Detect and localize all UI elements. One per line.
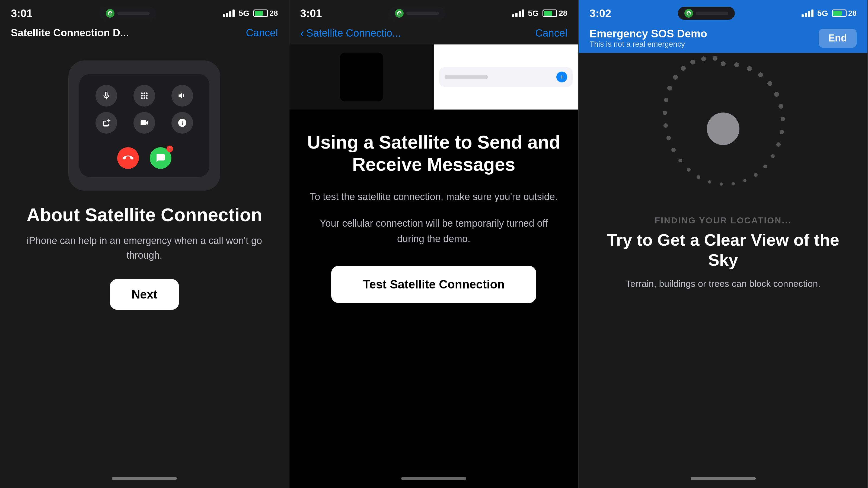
svg-point-11 <box>747 66 752 71</box>
svg-point-29 <box>671 148 676 152</box>
next-button[interactable]: Next <box>110 279 179 310</box>
home-indicator-1 <box>112 477 177 480</box>
svg-point-24 <box>720 183 723 186</box>
signal-bar-2-2 <box>516 13 518 17</box>
svg-point-5 <box>146 95 148 97</box>
test-satellite-button[interactable]: Test Satellite Connection <box>331 266 536 303</box>
svg-point-33 <box>664 98 669 102</box>
satellite-ring-svg <box>647 53 799 205</box>
network-type-3: 5G <box>817 9 828 18</box>
svg-point-26 <box>696 175 701 179</box>
screen1-text-section: About Satellite Connection iPhone can he… <box>0 191 289 263</box>
svg-point-10 <box>734 62 739 67</box>
cancel-button-2[interactable]: Cancel <box>535 27 567 39</box>
di-bar-1 <box>117 12 150 15</box>
sos-title: Emergency SOS Demo <box>589 28 707 40</box>
svg-point-7 <box>144 97 145 99</box>
dynamic-island-1 <box>99 7 156 20</box>
info-button <box>172 112 193 134</box>
back-button-2[interactable]: ‹ Satellite Connectio... <box>300 27 401 39</box>
svg-point-38 <box>701 56 706 61</box>
finding-location-text: FINDING YOUR LOCATION... <box>654 216 792 226</box>
end-call-button <box>117 147 139 169</box>
phone-mockup: 1 <box>68 61 220 191</box>
battery-rect-2 <box>542 9 557 17</box>
svg-point-39 <box>713 56 717 61</box>
screen3-title: Try to Get a Clear View of the Sky <box>579 230 867 270</box>
signal-bar-3-3 <box>808 11 810 17</box>
battery-rect-3 <box>832 9 846 17</box>
status-right-3: 5G 28 <box>802 9 857 18</box>
svg-point-32 <box>663 110 667 115</box>
svg-point-20 <box>763 165 767 168</box>
status-bar-1: 3:01 5G 28 <box>0 0 289 24</box>
call-controls-grid <box>87 82 201 136</box>
network-type-2: 5G <box>528 9 539 18</box>
screen-2: 3:01 5G 28 ‹ Sat <box>289 0 579 488</box>
screen1-body: 1 About Satellite Connection iPhone can … <box>0 44 289 488</box>
signal-bar-4 <box>232 9 235 17</box>
status-bar-3: 3:02 5G 28 <box>579 0 867 24</box>
back-chevron-icon: ‹ <box>300 27 304 39</box>
svg-point-35 <box>673 75 678 80</box>
signal-bar-1 <box>223 14 225 17</box>
keypad-button <box>133 85 155 106</box>
dynamic-island-2 <box>389 7 445 20</box>
svg-point-37 <box>690 60 695 65</box>
di-icon-3 <box>684 9 693 18</box>
facetime-button <box>133 112 155 134</box>
battery-fill-3 <box>833 11 842 16</box>
svg-point-1 <box>144 93 145 94</box>
cancel-button-1[interactable]: Cancel <box>246 27 278 39</box>
speaker-button <box>172 85 193 106</box>
screen2-preview-right: + <box>434 44 578 109</box>
svg-point-25 <box>708 180 711 184</box>
screen2-add-icon: + <box>556 72 567 83</box>
battery-3: 28 <box>832 9 857 18</box>
svg-point-28 <box>678 159 682 162</box>
battery-fill-2 <box>544 11 552 16</box>
phone-screen-inner: 1 <box>79 74 209 177</box>
home-indicator-2 <box>401 477 466 480</box>
signal-bar-3-4 <box>811 9 813 17</box>
screen-1: 3:01 5G 28 Satellite Connecti <box>0 0 289 488</box>
di-bar-2 <box>406 12 439 15</box>
svg-point-27 <box>687 168 691 172</box>
nav-title-1: Satellite Connection D... <box>11 27 129 39</box>
network-type-1: 5G <box>239 9 249 18</box>
svg-point-16 <box>781 117 785 121</box>
screen3-body: FINDING YOUR LOCATION... Try to Get a Cl… <box>579 53 867 488</box>
screen2-main-title: Using a Satellite to Send and Receive Me… <box>306 131 562 175</box>
svg-point-9 <box>721 61 725 66</box>
satellite-finder <box>647 53 799 205</box>
battery-pct-2: 28 <box>559 9 567 18</box>
signal-bars-2 <box>512 9 524 17</box>
call-action-btns: 1 <box>87 147 201 169</box>
signal-bar-2-4 <box>522 9 524 17</box>
dynamic-island-3 <box>678 7 735 20</box>
screen1-subtitle: iPhone can help in an emergency when a c… <box>16 233 273 263</box>
svg-point-12 <box>758 72 763 77</box>
svg-point-23 <box>732 182 735 186</box>
status-time-2: 3:01 <box>300 7 322 20</box>
svg-point-2 <box>146 93 148 94</box>
signal-bars-1 <box>223 9 235 17</box>
sos-banner: Emergency SOS Demo This is not a real em… <box>579 24 867 53</box>
screen2-preview: + <box>289 44 578 109</box>
end-button[interactable]: End <box>818 29 857 48</box>
svg-point-8 <box>146 97 148 99</box>
svg-point-18 <box>776 142 781 147</box>
svg-point-36 <box>681 66 686 71</box>
status-right-1: 5G 28 <box>223 9 278 18</box>
battery-1: 28 <box>253 9 278 18</box>
screen2-body-text-2: Your cellular connection will be tempora… <box>306 216 562 247</box>
screen2-preview-left <box>289 44 434 109</box>
svg-point-17 <box>780 130 784 134</box>
svg-point-14 <box>774 92 779 97</box>
signal-bar-2-3 <box>519 11 521 17</box>
svg-point-21 <box>754 173 757 177</box>
message-button: 1 <box>150 147 172 169</box>
screen2-body: Using a Satellite to Send and Receive Me… <box>289 109 578 488</box>
status-time-1: 3:01 <box>11 7 33 20</box>
battery-pct-3: 28 <box>848 9 857 18</box>
